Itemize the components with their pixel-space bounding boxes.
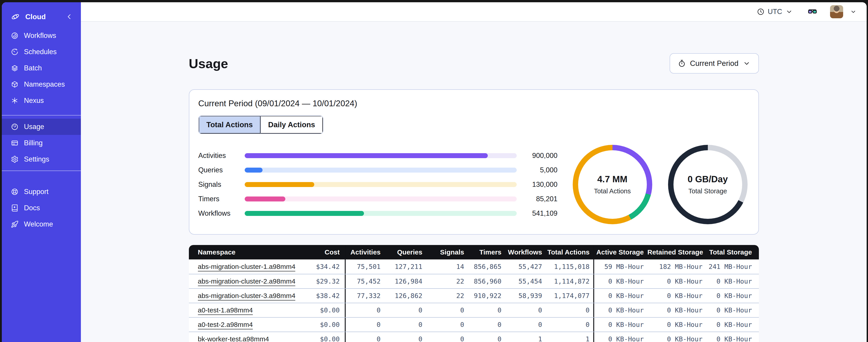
table-body: abs-migration-cluster-1.a98mm4$34.4275,5… — [189, 260, 759, 342]
clock-icon — [757, 8, 765, 15]
value-cell: 0 KB-Hour — [593, 274, 648, 288]
value-cell: 0 KB-Hour — [648, 306, 706, 314]
namespace-link[interactable]: a0-test-1.a98mm4 — [198, 306, 253, 315]
sidebar-collapse-button[interactable] — [65, 13, 73, 21]
sidebar-item-welcome[interactable]: Welcome — [2, 216, 81, 232]
usage-icon — [11, 123, 19, 131]
value-cell: 1,174,077 — [546, 292, 593, 300]
value-cell: 126,984 — [384, 277, 426, 285]
value-cell: 1 — [546, 335, 593, 342]
value-cell: 22 — [426, 277, 468, 285]
sidebar-item-settings[interactable]: Settings — [2, 151, 81, 167]
column-header-activities: Activities — [345, 245, 384, 260]
value-cell: 0 KB-Hour — [648, 335, 706, 342]
user-avatar[interactable] — [830, 5, 843, 18]
sidebar-item-billing[interactable]: Billing — [2, 135, 81, 151]
bar-value: 900,000 — [517, 151, 558, 160]
value-cell: $0.00 — [288, 335, 345, 342]
tab-total-actions[interactable]: Total Actions — [199, 116, 260, 134]
user-menu-chevron-down-icon[interactable] — [850, 8, 857, 15]
value-cell: 127,211 — [384, 263, 426, 271]
current-period-card: Current Period (09/01/2024 — 10/01/2024)… — [189, 89, 759, 235]
sidebar-item-docs[interactable]: Docs — [2, 200, 81, 216]
settings-icon — [11, 156, 19, 163]
sidebar-item-support[interactable]: Support — [2, 184, 81, 200]
column-header-total-actions: Total Actions — [546, 248, 593, 256]
bar-row-signals: Signals130,000 — [198, 177, 558, 192]
value-cell: 14 — [426, 263, 468, 271]
column-header-cost: Cost — [288, 248, 345, 256]
workflows-icon — [11, 32, 19, 39]
total-storage-value: 0 GB/Day — [688, 174, 728, 184]
value-cell: 0 KB-Hour — [706, 321, 759, 329]
column-header-workflows: Workflows — [505, 248, 546, 256]
namespace-link[interactable]: a0-test-2.a98mm4 — [198, 321, 253, 329]
value-cell: 0 — [345, 318, 384, 332]
namespace-link[interactable]: abs-migration-cluster-2.a98mm4 — [198, 277, 296, 286]
value-cell: $29.32 — [288, 277, 345, 285]
schedules-icon — [11, 48, 19, 56]
total-storage-label: Total Storage — [688, 187, 727, 195]
bar-row-workflows: Workflows541,109 — [198, 206, 558, 220]
sidebar-item-label: Schedules — [24, 48, 57, 56]
actions-view-tabs: Total ActionsDaily Actions — [198, 115, 323, 134]
namespace-cell: bk-worker-test.a98mm4 — [189, 335, 288, 342]
sidebar-item-usage[interactable]: Usage — [2, 119, 81, 135]
bar-track — [245, 182, 517, 187]
batch-icon — [11, 64, 19, 72]
chevron-down-icon — [743, 59, 751, 67]
actions-bar-chart: Activities900,000Queries5,000Signals130,… — [198, 148, 558, 220]
chevron-down-icon — [785, 8, 793, 15]
table-row: abs-migration-cluster-1.a98mm4$34.4275,5… — [189, 260, 759, 274]
namespace-link[interactable]: abs-migration-cluster-3.a98mm4 — [198, 292, 296, 301]
value-cell: 0 — [345, 332, 384, 342]
period-selector-button[interactable]: Current Period — [670, 53, 759, 73]
bar-track — [245, 153, 517, 158]
main-area: UTC Usage Current Period Current Per — [81, 2, 867, 342]
namespace-link[interactable]: abs-migration-cluster-1.a98mm4 — [198, 263, 296, 271]
value-cell: $38.42 — [288, 292, 345, 300]
bar-value: 130,000 — [517, 180, 558, 189]
value-cell: 0 KB-Hour — [706, 277, 759, 285]
total-actions-donut-chart: 4.7 MM Total Actions — [573, 145, 652, 224]
sidebar-item-batch[interactable]: Batch — [2, 60, 81, 76]
sidebar-item-label: Batch — [24, 64, 42, 72]
value-cell: 77,332 — [345, 289, 384, 303]
value-cell: 182 MB-Hour — [648, 263, 706, 271]
bar-value: 541,109 — [517, 209, 558, 217]
bar-fill — [245, 197, 285, 201]
column-header-signals: Signals — [426, 248, 468, 256]
sidebar-item-workflows[interactable]: Workflows — [2, 28, 81, 44]
bar-label: Queries — [198, 166, 245, 174]
bar-label: Timers — [198, 195, 245, 203]
value-cell: 0 — [426, 335, 468, 342]
sidebar-item-label: Nexus — [24, 97, 44, 105]
timezone-selector[interactable]: UTC — [757, 8, 793, 16]
sidebar-item-nexus[interactable]: Nexus — [2, 93, 81, 109]
value-cell: 58,939 — [505, 292, 546, 300]
page-title: Usage — [189, 56, 228, 71]
value-cell: 856,960 — [468, 277, 505, 285]
sidebar-item-schedules[interactable]: Schedules — [2, 44, 81, 60]
value-cell: 0 — [468, 335, 505, 342]
namespace-link[interactable]: bk-worker-test.a98mm4 — [198, 335, 269, 342]
bar-row-activities: Activities900,000 — [198, 148, 558, 163]
value-cell: 0 KB-Hour — [593, 303, 648, 317]
bar-track — [245, 197, 517, 201]
value-cell: 0 KB-Hour — [648, 277, 706, 285]
value-cell: 0 — [384, 321, 426, 329]
value-cell: 0 KB-Hour — [706, 292, 759, 300]
glasses-icon[interactable] — [807, 7, 817, 17]
nexus-icon — [11, 97, 19, 104]
namespace-cell: abs-migration-cluster-1.a98mm4 — [189, 263, 288, 271]
tab-daily-actions[interactable]: Daily Actions — [260, 116, 323, 134]
timezone-label: UTC — [768, 8, 782, 16]
table-row: a0-test-1.a98mm4$0.000000000 KB-Hour0 KB… — [189, 303, 759, 317]
namespace-cell: a0-test-2.a98mm4 — [189, 321, 288, 329]
bar-track — [245, 168, 517, 173]
sidebar-group-1: UsageBillingSettings — [2, 115, 81, 171]
sidebar-item-namespaces[interactable]: Namespaces — [2, 76, 81, 93]
namespaces-icon — [11, 80, 19, 88]
value-cell: 0 — [546, 321, 593, 329]
sidebar-group-2: SupportDocsWelcome — [2, 171, 81, 232]
